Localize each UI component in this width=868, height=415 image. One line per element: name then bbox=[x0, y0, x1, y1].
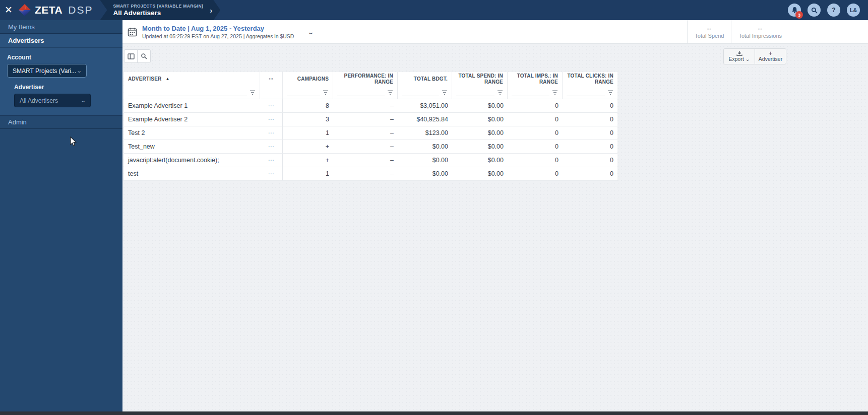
column-header-performance[interactable]: PERFORMANCE: IN RANGE bbox=[333, 72, 398, 86]
search-icon bbox=[141, 53, 147, 59]
advertiser-name-cell[interactable]: javacript:alert(document.cookie); bbox=[124, 154, 260, 167]
brand-zeta-text: ZETA bbox=[35, 4, 63, 16]
campaigns-cell[interactable]: 1 bbox=[283, 126, 333, 140]
advertiser-name-cell[interactable]: Example Advertiser 2 bbox=[124, 113, 260, 126]
table-row[interactable]: javacript:alert(document.cookie); ⋯ + – … bbox=[124, 154, 617, 167]
campaigns-cell[interactable]: 3 bbox=[283, 113, 333, 126]
filter-input-advertiser[interactable] bbox=[128, 89, 247, 96]
column-settings-button[interactable] bbox=[124, 49, 138, 63]
filter-cell-total-budget bbox=[398, 86, 452, 99]
filter-funnel-icon[interactable] bbox=[250, 90, 256, 95]
filter-input-campaigns[interactable] bbox=[287, 89, 320, 96]
column-header-advertiser[interactable]: ADVERTISER ▲ bbox=[124, 72, 260, 86]
performance-cell: – bbox=[333, 154, 398, 167]
close-icon[interactable]: ✕ bbox=[0, 0, 17, 20]
column-header-total-spend[interactable]: TOTAL SPEND: IN RANGE bbox=[452, 72, 508, 86]
add-advertiser-label: Advertiser bbox=[759, 56, 782, 62]
performance-cell: – bbox=[333, 113, 398, 126]
filter-funnel-icon[interactable] bbox=[552, 90, 558, 95]
advertiser-select-value: All Advertisers bbox=[20, 97, 58, 104]
column-header-total-clicks[interactable]: TOTAL CLICKS: IN RANGE bbox=[563, 72, 617, 86]
avatar[interactable]: L& bbox=[847, 4, 860, 17]
row-actions-button[interactable]: ⋯ bbox=[260, 113, 283, 126]
filter-input-performance[interactable] bbox=[337, 89, 385, 96]
advertisers-label: Advertisers bbox=[8, 37, 44, 44]
total-imps-cell: 0 bbox=[508, 167, 563, 180]
campaigns-cell[interactable]: 1 bbox=[283, 167, 333, 180]
total-budget-cell: $0.00 bbox=[398, 167, 452, 180]
filter-funnel-icon[interactable] bbox=[607, 90, 613, 95]
campaigns-cell[interactable]: + bbox=[283, 140, 333, 153]
filter-funnel-icon[interactable] bbox=[442, 90, 448, 95]
performance-cell: – bbox=[333, 99, 398, 112]
table-search-button[interactable] bbox=[137, 49, 151, 63]
filter-funnel-icon[interactable] bbox=[387, 90, 393, 95]
breadcrumb[interactable]: SMART PROJECTS (VARIABLE MARGIN) All Adv… bbox=[100, 0, 220, 20]
row-actions-button[interactable]: ⋯ bbox=[260, 126, 283, 140]
column-header-total-budget[interactable]: TOTAL BDGT. bbox=[398, 72, 452, 86]
row-actions-button[interactable]: ⋯ bbox=[260, 140, 283, 153]
total-clicks-cell: 0 bbox=[563, 140, 617, 153]
sidebar-item-admin[interactable]: Admin bbox=[0, 116, 122, 129]
help-button[interactable]: ? bbox=[827, 4, 840, 17]
toolbar-left-buttons bbox=[124, 49, 151, 63]
topbar: ✕ ZETA DSP SMART PROJECTS (VARIABLE MARG… bbox=[0, 0, 868, 20]
table-row[interactable]: Example Advertiser 2 ⋯ 3 – $40,925.84 $0… bbox=[124, 113, 617, 126]
total-imps-cell: 0 bbox=[508, 140, 563, 153]
my-items-label: My Items bbox=[8, 23, 35, 31]
total-spend-cell: $0.00 bbox=[452, 154, 508, 167]
filter-input-total-clicks[interactable] bbox=[567, 89, 605, 96]
filter-input-total-budget[interactable] bbox=[402, 89, 439, 96]
filter-input-total-imps[interactable] bbox=[512, 89, 549, 96]
account-select[interactable]: SMART Projects (Vari... ⌄ bbox=[7, 64, 87, 78]
advertisers-table: ADVERTISER ▲ ⋯ CAMPAIGNS PERFORMANCE: IN… bbox=[124, 72, 617, 181]
table-row[interactable]: Test 2 ⋯ 1 – $123.00 $0.00 0 0 bbox=[124, 126, 617, 140]
row-actions-button[interactable]: ⋯ bbox=[260, 154, 283, 167]
filter-cell-campaigns bbox=[283, 86, 333, 99]
advertiser-name-cell[interactable]: Test_new bbox=[124, 140, 260, 153]
search-icon bbox=[811, 7, 818, 14]
filter-cell-total-imps bbox=[508, 86, 563, 99]
total-spend-cell: $0.00 bbox=[452, 167, 508, 180]
summary-stats: -- Total Spend -- Total Impressions bbox=[687, 20, 789, 43]
advertiser-name-cell[interactable]: Example Advertiser 1 bbox=[124, 99, 260, 112]
filter-funnel-icon[interactable] bbox=[323, 90, 329, 95]
row-actions-button[interactable]: ⋯ bbox=[260, 167, 283, 180]
table-filter-row bbox=[124, 86, 617, 99]
date-picker-chevron-icon[interactable]: ⌄ bbox=[307, 28, 315, 36]
brand-logo[interactable]: ZETA DSP bbox=[18, 4, 93, 17]
columns-icon bbox=[128, 53, 135, 59]
add-advertiser-button[interactable]: + Advertiser bbox=[755, 48, 786, 64]
breadcrumb-page: All Advertisers bbox=[113, 9, 203, 17]
notifications-button[interactable]: 3 bbox=[788, 4, 801, 17]
table-row[interactable]: Test_new ⋯ + – $0.00 $0.00 0 0 bbox=[124, 140, 617, 154]
total-budget-cell: $0.00 bbox=[398, 154, 452, 167]
total-budget-cell: $0.00 bbox=[398, 140, 452, 153]
advertiser-name-cell[interactable]: Test 2 bbox=[124, 126, 260, 140]
filter-cell-total-spend bbox=[452, 86, 508, 99]
sidebar-item-my-items[interactable]: My Items bbox=[0, 20, 122, 34]
campaigns-cell[interactable]: 8 bbox=[283, 99, 333, 112]
advertiser-select[interactable]: All Advertisers ⌄ bbox=[14, 94, 91, 107]
date-range-picker[interactable]: Month to Date | Aug 1, 2025 - Yesterday … bbox=[128, 25, 314, 39]
sidebar-item-advertisers[interactable]: Advertisers bbox=[0, 34, 122, 48]
table-row[interactable]: Example Advertiser 1 ⋯ 8 – $3,051.00 $0.… bbox=[124, 99, 617, 113]
row-actions-button[interactable]: ⋯ bbox=[260, 99, 283, 112]
column-header-campaigns[interactable]: CAMPAIGNS bbox=[283, 72, 333, 86]
export-button[interactable]: Export ⌄ bbox=[723, 48, 755, 64]
global-search-button[interactable] bbox=[808, 4, 821, 17]
column-header-total-imps[interactable]: TOTAL IMPS.: IN RANGE bbox=[508, 72, 563, 86]
total-budget-cell: $40,925.84 bbox=[398, 113, 452, 126]
filter-input-total-spend[interactable] bbox=[456, 89, 494, 96]
chevron-down-icon: ⌄ bbox=[76, 68, 82, 74]
column-header-actions[interactable]: ⋯ bbox=[260, 72, 283, 86]
campaigns-cell[interactable]: + bbox=[283, 154, 333, 167]
performance-cell: – bbox=[333, 167, 398, 180]
filter-funnel-icon[interactable] bbox=[497, 90, 503, 95]
breadcrumb-chevron-icon[interactable]: › bbox=[210, 6, 212, 15]
date-updated-subtitle: Updated at 05:25:29 EST on Aug 27, 2025 … bbox=[142, 33, 294, 39]
sort-ascending-icon: ▲ bbox=[165, 77, 169, 82]
table-row[interactable]: test ⋯ 1 – $0.00 $0.00 0 0 bbox=[124, 167, 617, 181]
date-header-bar: Month to Date | Aug 1, 2025 - Yesterday … bbox=[122, 20, 868, 44]
advertiser-name-cell[interactable]: test bbox=[124, 167, 260, 180]
